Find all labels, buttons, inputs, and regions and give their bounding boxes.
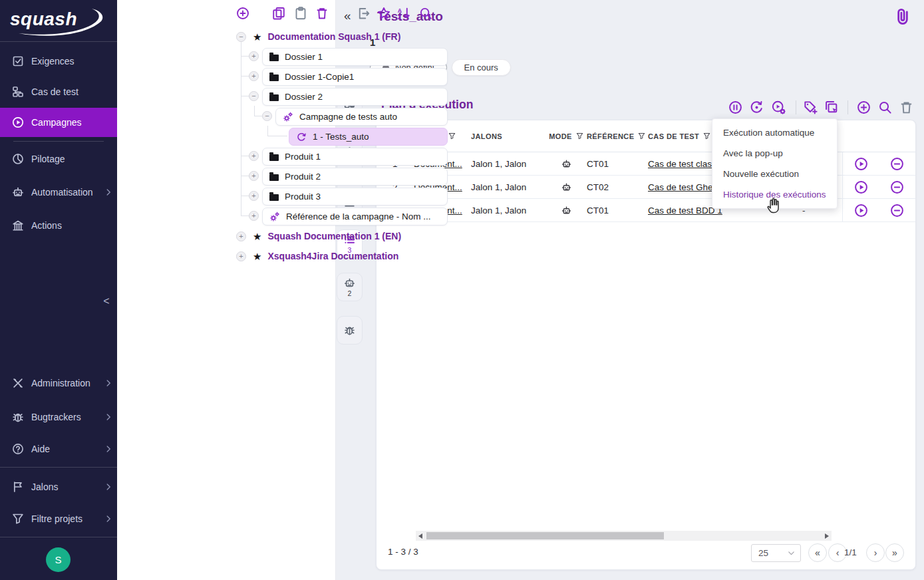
last-page-button[interactable]: » [885,543,904,562]
sidebar-item-cas-de-test[interactable]: Cas de test [0,76,117,107]
sidebar-collapse-button[interactable]: < [98,293,114,310]
milestones-icon [12,481,24,493]
automated-execution-icon[interactable] [772,100,786,114]
tree-toggle[interactable]: + [249,51,259,61]
copy-icon[interactable] [272,7,285,20]
tree-toggle[interactable]: + [249,191,259,201]
sidebar-item-aide[interactable]: Aide [0,434,117,464]
cell-milestones: Jalon 1, Jalon [471,182,545,192]
sidebar-item-campagnes[interactable]: Campagnes [0,108,117,137]
chevron-right-icon [104,379,112,387]
menu-item-avec-la-pop-up[interactable]: Avec la pop-up [712,143,837,164]
automated-suites-count: 2 [348,289,352,297]
scroll-right-arrow[interactable] [822,531,832,541]
tree-toggle[interactable]: + [249,151,259,161]
menu-item-historique-des-executions[interactable]: Historique des exécutions [712,184,837,205]
paste-icon[interactable] [294,7,307,20]
delete-icon[interactable] [315,7,329,20]
mass-edit-icon[interactable] [825,100,839,114]
remove-icon[interactable] [890,204,904,218]
tree-toggle[interactable]: + [249,171,259,181]
tree-folder-node[interactable]: Produit 2 [262,168,448,186]
export-icon[interactable] [357,7,371,20]
run-icon[interactable] [854,180,868,194]
campaign-gears-icon [283,112,293,122]
column-header-jalons[interactable]: JALONS [471,132,545,140]
sidebar-item-filtre-projets[interactable]: Filtre projets [0,504,117,534]
horizontal-scrollbar[interactable] [416,531,832,541]
tree-project-node[interactable]: ★ Squash Documentation 1 (EN) [253,229,401,243]
search-icon[interactable] [419,7,432,20]
filter-icon[interactable] [638,132,645,140]
sidebar-item-label: Administration [31,378,90,388]
sidebar-item-automatisation[interactable]: Automatisation [0,177,117,208]
remove-icon[interactable] [890,180,904,194]
sort-icon[interactable] [397,7,410,20]
tree-folder-node[interactable]: Dossier 2 [262,88,448,106]
remove-icon[interactable] [890,157,904,171]
tree-toggle[interactable]: − [249,91,259,101]
tree-toggle[interactable]: + [236,231,246,241]
sidebar-item-label: Campagnes [31,117,82,128]
column-header-mode[interactable]: MODE [545,132,587,140]
tree-campaign-node[interactable]: Référence de la campagne - Nom ... [262,208,448,225]
tree-folder-node[interactable]: Produit 1 [262,148,448,166]
requirements-icon [12,55,24,67]
sidebar-item-actions[interactable]: Actions [0,210,117,241]
next-page-button[interactable]: › [866,543,885,562]
tree-folder-node[interactable]: Dossier 1 [262,48,448,66]
test-case-link[interactable]: Cas de test BDD 1 [648,206,722,216]
delete-icon[interactable] [899,100,913,114]
pause-executions-icon[interactable] [728,100,742,114]
tree-iteration-node-selected[interactable]: 1 - Tests_auto [289,128,448,146]
sidebar-divider [0,467,117,468]
logo-text: squash [10,9,77,30]
tree-toggle[interactable]: + [236,251,246,261]
first-page-button[interactable]: « [808,543,827,562]
filter-icon[interactable] [703,132,710,140]
run-icon[interactable] [854,204,868,218]
cell-reference: CT02 [587,182,648,192]
tree-project-node[interactable]: ★ Xsquash4Jira Documentation [253,249,398,263]
scroll-left-arrow[interactable] [416,531,425,541]
run-icon[interactable] [854,157,868,171]
menu-item-nouvelle-execution[interactable]: Nouvelle exécution [712,164,837,184]
create-icon[interactable] [236,7,249,20]
collapse-panel-button[interactable]: « [344,9,351,23]
tree-toggle[interactable]: − [236,32,246,42]
tree-campaign-node[interactable]: Campagne de tests auto [275,108,448,126]
add-test-case-icon[interactable] [857,100,871,114]
tree-toggle[interactable]: + [249,211,259,221]
sidebar-item-exigences[interactable]: Exigences [0,46,117,76]
search-icon[interactable] [878,100,892,114]
anchor-group: 2 [337,273,363,301]
tree-toggle[interactable]: + [249,71,259,81]
relaunch-executions-icon[interactable] [750,100,764,114]
favorite-icon[interactable] [377,7,390,20]
sidebar-item-administration[interactable]: Administration [0,368,117,398]
test-case-link[interactable]: Cas de test Ghe [648,182,713,192]
folder-icon [269,174,279,181]
page-size-select[interactable]: 25 [751,544,801,562]
tree-folder-node[interactable]: Produit 3 [262,188,448,206]
issues-icon[interactable] [344,325,355,336]
filter-icon[interactable] [448,132,456,140]
menu-item-execution-automatique[interactable]: Exécution automatique [712,122,837,143]
sidebar-item-pilotage[interactable]: Pilotage [0,144,117,174]
filter-icon[interactable] [576,132,583,140]
column-header-reference[interactable]: RÉFÉRENCE [587,132,648,140]
assign-tag-icon[interactable] [804,100,818,114]
scrollbar-thumb[interactable] [426,532,664,539]
status-chip-en-cours[interactable]: En cours [452,59,511,76]
tree-folder-node[interactable]: Dossier 1-Copie1 [262,68,448,86]
sidebar-item-bugtrackers[interactable]: Bugtrackers [0,402,117,432]
squash-logo[interactable]: squash [0,0,117,41]
sidebar-item-jalons[interactable]: Jalons [0,472,117,502]
tree-toggle[interactable]: − [262,111,272,121]
automated-suites-icon[interactable]: 2 [344,277,355,297]
iteration-icon [296,132,307,142]
paperclip-icon[interactable] [894,7,911,27]
test-case-link[interactable]: Cas de test clas [648,159,712,169]
user-avatar[interactable]: S [46,547,71,572]
tree-project-node[interactable]: ★ Documentation Squash 1 (FR) [253,29,400,44]
